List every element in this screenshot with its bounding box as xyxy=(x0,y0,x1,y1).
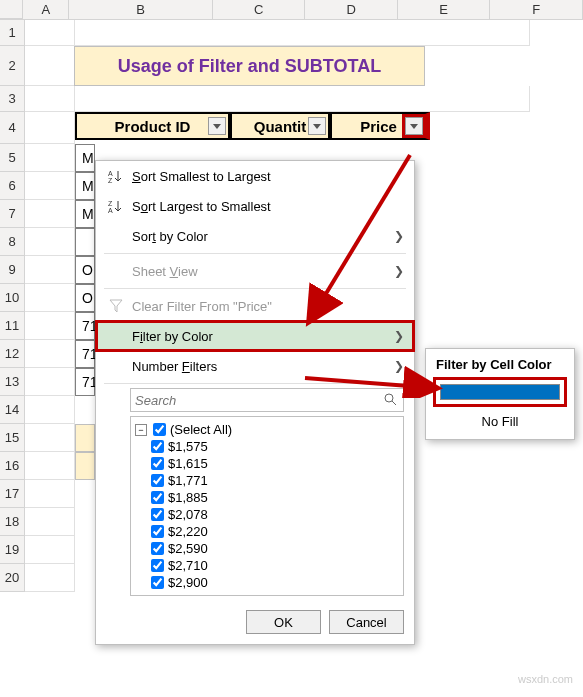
menu-number-filters[interactable]: Number Filters ❯ xyxy=(96,351,414,381)
filter-button-price[interactable] xyxy=(405,117,423,135)
cancel-button[interactable]: Cancel xyxy=(329,610,404,634)
row-header-11[interactable]: 11 xyxy=(0,312,25,340)
cell[interactable] xyxy=(25,424,75,452)
search-input[interactable] xyxy=(135,393,383,408)
menu-separator xyxy=(104,383,406,384)
ok-button[interactable]: OK xyxy=(246,610,321,634)
row-header-8[interactable]: 8 xyxy=(0,228,25,256)
checkbox[interactable] xyxy=(151,474,164,487)
menu-sort-descending[interactable]: ZA Sort Largest to Smallest xyxy=(96,191,414,221)
row-header-18[interactable]: 18 xyxy=(0,508,25,536)
menu-label: Sheet View xyxy=(128,264,394,279)
row-header-9[interactable]: 9 xyxy=(0,256,25,284)
cell[interactable] xyxy=(25,200,75,228)
yellow-cell[interactable] xyxy=(75,452,95,480)
yellow-cell[interactable] xyxy=(75,424,95,452)
row-header-10[interactable]: 10 xyxy=(0,284,25,312)
data-cell[interactable]: M xyxy=(75,144,95,172)
row-header-7[interactable]: 7 xyxy=(0,200,25,228)
cell[interactable] xyxy=(75,20,530,46)
menu-filter-by-color[interactable]: Filter by Color ❯ xyxy=(96,321,414,351)
checkbox[interactable] xyxy=(151,440,164,453)
cell[interactable] xyxy=(25,86,75,112)
cell[interactable] xyxy=(25,256,75,284)
data-cell[interactable]: 71 xyxy=(75,340,95,368)
cell[interactable] xyxy=(25,312,75,340)
row-header-14[interactable]: 14 xyxy=(0,396,25,424)
checkbox-item[interactable]: $2,220 xyxy=(135,523,399,540)
checkbox[interactable] xyxy=(151,525,164,538)
row-header-15[interactable]: 15 xyxy=(0,424,25,452)
data-cell[interactable]: M xyxy=(75,200,95,228)
tree-collapse-icon[interactable]: − xyxy=(135,424,147,436)
data-cell[interactable]: O xyxy=(75,256,95,284)
checkbox[interactable] xyxy=(151,457,164,470)
checkbox-item[interactable]: $2,900 xyxy=(135,574,399,591)
cell[interactable] xyxy=(25,536,75,564)
cell[interactable] xyxy=(25,340,75,368)
row-header-6[interactable]: 6 xyxy=(0,172,25,200)
checkbox-item[interactable]: $1,885 xyxy=(135,489,399,506)
cell[interactable] xyxy=(25,284,75,312)
search-box[interactable] xyxy=(130,388,404,412)
filter-values-list[interactable]: −(Select All) $1,575 $1,615 $1,771 $1,88… xyxy=(130,416,404,596)
cell[interactable] xyxy=(25,228,75,256)
header-quantity[interactable]: Quantit xyxy=(230,112,330,140)
col-header-a[interactable]: A xyxy=(23,0,69,19)
checkbox-item[interactable]: $2,078 xyxy=(135,506,399,523)
checkbox[interactable] xyxy=(151,559,164,572)
checkbox-item[interactable]: $1,575 xyxy=(135,438,399,455)
checkbox-item[interactable]: $1,615 xyxy=(135,455,399,472)
cell[interactable] xyxy=(25,20,75,46)
color-option-blue[interactable] xyxy=(436,380,564,404)
menu-sort-ascending[interactable]: AZ Sort Smallest to Largest xyxy=(96,161,414,191)
checkbox[interactable] xyxy=(151,508,164,521)
cell[interactable] xyxy=(25,480,75,508)
cell[interactable] xyxy=(25,368,75,396)
cell[interactable] xyxy=(25,172,75,200)
row-header-19[interactable]: 19 xyxy=(0,536,25,564)
checkbox[interactable] xyxy=(151,491,164,504)
header-price[interactable]: Price xyxy=(330,112,430,140)
row-header-3[interactable]: 3 xyxy=(0,86,25,112)
data-cell[interactable]: M xyxy=(75,172,95,200)
col-header-d[interactable]: D xyxy=(305,0,398,19)
checkbox[interactable] xyxy=(151,542,164,555)
row-header-5[interactable]: 5 xyxy=(0,144,25,172)
header-product-id[interactable]: Product ID xyxy=(75,112,230,140)
row-header-16[interactable]: 16 xyxy=(0,452,25,480)
data-cell[interactable] xyxy=(75,228,95,256)
cell[interactable] xyxy=(25,396,75,424)
data-cell[interactable]: 71 xyxy=(75,368,95,396)
row-header-12[interactable]: 12 xyxy=(0,340,25,368)
checkbox-item[interactable]: $2,710 xyxy=(135,557,399,574)
cell[interactable] xyxy=(25,452,75,480)
cell[interactable] xyxy=(25,144,75,172)
row-header-1[interactable]: 1 xyxy=(0,20,25,46)
menu-sort-by-color[interactable]: Sort by Color ❯ xyxy=(96,221,414,251)
row-header-13[interactable]: 13 xyxy=(0,368,25,396)
no-fill-option[interactable]: No Fill xyxy=(426,410,574,433)
row-header-4[interactable]: 4 xyxy=(0,112,25,144)
col-header-e[interactable]: E xyxy=(398,0,491,19)
row-header-2[interactable]: 2 xyxy=(0,46,25,86)
checkbox[interactable] xyxy=(151,576,164,589)
filter-button-product[interactable] xyxy=(208,117,226,135)
checkbox[interactable] xyxy=(153,423,166,436)
cell[interactable] xyxy=(25,112,75,144)
filter-button-quantity[interactable] xyxy=(308,117,326,135)
col-header-b[interactable]: B xyxy=(69,0,212,19)
cell[interactable] xyxy=(75,86,530,112)
data-cell[interactable]: O xyxy=(75,284,95,312)
col-header-c[interactable]: C xyxy=(213,0,306,19)
col-header-f[interactable]: F xyxy=(490,0,583,19)
row-header-17[interactable]: 17 xyxy=(0,480,25,508)
data-cell[interactable]: 71 xyxy=(75,312,95,340)
checkbox-select-all[interactable]: −(Select All) xyxy=(135,421,399,438)
cell[interactable] xyxy=(25,564,75,592)
cell[interactable] xyxy=(25,46,75,86)
checkbox-item[interactable]: $1,771 xyxy=(135,472,399,489)
row-header-20[interactable]: 20 xyxy=(0,564,25,592)
checkbox-item[interactable]: $2,590 xyxy=(135,540,399,557)
cell[interactable] xyxy=(25,508,75,536)
